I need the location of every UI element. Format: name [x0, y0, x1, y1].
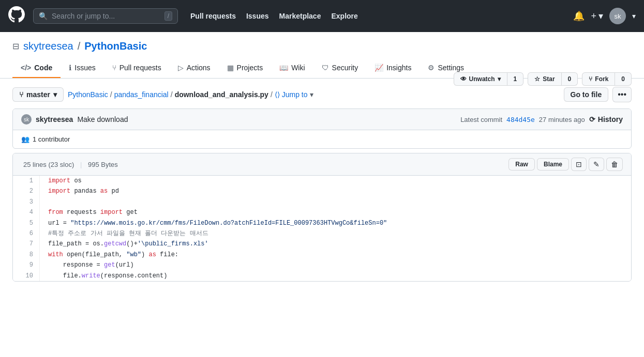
github-logo[interactable]	[8, 6, 25, 26]
size-info: 995 Bytes	[88, 161, 118, 168]
delete-icon: 🗑	[611, 160, 618, 168]
line-code-3	[40, 197, 56, 207]
tab-wiki[interactable]: 📖 Wiki	[271, 58, 313, 78]
explore-nav-link[interactable]: Explore	[327, 9, 362, 23]
plus-icon: +	[591, 11, 596, 22]
lines-info: 25 lines (23 sloc)	[23, 161, 74, 168]
line-number-6: 6	[13, 228, 40, 239]
projects-tab-icon: ▦	[227, 64, 234, 72]
code-line-6: 6 #특정 주소로 가서 파일을 현재 폴더 다운받는 매서드	[13, 228, 631, 239]
search-placeholder: Search or jump to...	[52, 12, 160, 20]
line-number-7: 7	[13, 239, 40, 249]
branch-icon: ⑂	[19, 90, 23, 99]
top-nav-right: 🔔 + ▾ sk ▾	[573, 8, 636, 24]
repo-tabs: </> Code ℹ Issues ⑂ Pull requests ▷ Acti…	[12, 58, 632, 78]
code-content: 1 import os 2 import pandas as pd 3 4 fr…	[13, 176, 631, 281]
line-number-1: 1	[13, 176, 40, 186]
issues-tab-icon: ℹ	[69, 64, 71, 72]
code-line-10: 10 file.write(response.content)	[13, 271, 631, 281]
avatar-chevron-icon: ▾	[632, 12, 636, 20]
history-button[interactable]: ⟳ History	[589, 115, 623, 123]
tab-issues[interactable]: ℹ Issues	[61, 58, 103, 78]
top-nav-links: Pull requests Issues Marketplace Explore	[186, 9, 565, 23]
line-code-8: with open(file_path, "wb") as file:	[40, 250, 187, 260]
commit-avatar-text: sk	[24, 117, 29, 122]
more-options-button[interactable]: •••	[612, 87, 632, 102]
code-tab-icon: </>	[21, 64, 31, 72]
wiki-tab-icon: 📖	[279, 64, 288, 72]
breadcrumb-right: Go to file •••	[564, 87, 632, 102]
pullrequests-tab-icon: ⑂	[112, 64, 116, 72]
repo-separator: /	[78, 40, 81, 52]
commit-info: sk skytreesea Make download	[21, 114, 128, 125]
repo-name-link[interactable]: PythonBasic	[84, 40, 147, 52]
contributors-icon: 👥	[21, 135, 29, 143]
repo-icon: ⊟	[12, 41, 19, 51]
file-stats: 25 lines (23 sloc) | 995 Bytes	[21, 161, 120, 168]
commit-author[interactable]: skytreesea	[36, 115, 73, 123]
code-line-3: 3	[13, 197, 631, 207]
line-code-5: url = "https://www.mois.go.kr/cmm/fms/Fi…	[40, 218, 395, 228]
breadcrumb-sep2: /	[171, 90, 173, 99]
code-line-9: 9 response = get(url)	[13, 260, 631, 270]
latest-commit-label: Latest commit	[460, 116, 502, 123]
search-icon: 🔍	[39, 12, 48, 20]
code-line-7: 7 file_path = os.getcwd()+'\public_firms…	[13, 239, 631, 249]
jump-to-link[interactable]: ⟨⟩ Jump to	[275, 90, 308, 99]
delete-file-button[interactable]: 🗑	[606, 158, 623, 171]
create-new-button[interactable]: + ▾	[591, 10, 603, 22]
line-code-7: file_path = os.getcwd()+'\public_firms.x…	[40, 239, 217, 249]
branch-chevron-icon: ▾	[53, 90, 57, 99]
line-number-10: 10	[13, 271, 40, 281]
repo-header: ⊟ skytreesea / PythonBasic 👁 Unwatch ▾ 1…	[0, 32, 644, 79]
breadcrumb-sep3: /	[271, 90, 273, 99]
repo-owner-link[interactable]: skytreesea	[23, 40, 73, 52]
security-tab-icon: 🛡	[322, 64, 329, 72]
tab-security[interactable]: 🛡 Security	[313, 58, 367, 78]
display-icon: ⊡	[576, 160, 582, 168]
line-code-10: file.write(response.content)	[40, 271, 175, 281]
top-navigation: 🔍 Search or jump to... / Pull requests I…	[0, 0, 644, 32]
search-bar[interactable]: 🔍 Search or jump to... /	[33, 8, 178, 24]
create-chevron-icon: ▾	[598, 10, 603, 22]
line-number-2: 2	[13, 186, 40, 196]
jump-chevron-icon: ▾	[310, 90, 313, 99]
tab-settings[interactable]: ⚙ Settings	[420, 58, 472, 78]
issues-nav-link[interactable]: Issues	[242, 9, 273, 23]
code-line-4: 4 from requests import get	[13, 207, 631, 218]
code-file-box: 25 lines (23 sloc) | 995 Bytes Raw Blame…	[12, 153, 632, 282]
display-mode-button[interactable]: ⊡	[571, 158, 587, 171]
edit-icon: ✎	[593, 160, 600, 168]
commit-hash-link[interactable]: 484d45e	[506, 116, 535, 123]
line-number-4: 4	[13, 207, 40, 218]
bell-icon: 🔔	[573, 10, 585, 22]
breadcrumb-folder-link[interactable]: pandas_financial	[114, 90, 169, 99]
raw-button[interactable]: Raw	[508, 158, 535, 170]
more-icon: •••	[618, 90, 626, 99]
edit-file-button[interactable]: ✎	[589, 158, 604, 171]
blame-button[interactable]: Blame	[537, 158, 569, 170]
line-number-9: 9	[13, 260, 40, 270]
stats-divider: |	[80, 161, 82, 168]
tab-code[interactable]: </> Code	[12, 58, 61, 78]
history-icon: ⟳	[589, 115, 595, 123]
branch-selector[interactable]: ⑂ master ▾	[12, 87, 64, 102]
code-line-2: 2 import pandas as pd	[13, 186, 631, 196]
tab-pullrequests[interactable]: ⑂ Pull requests	[104, 58, 170, 78]
notifications-button[interactable]: 🔔	[573, 10, 585, 22]
tab-insights[interactable]: 📈 Insights	[366, 58, 420, 78]
user-avatar[interactable]: sk	[609, 8, 626, 24]
code-file-header: 25 lines (23 sloc) | 995 Bytes Raw Blame…	[13, 153, 631, 176]
breadcrumb-file: download_and_analysis.py	[175, 90, 268, 99]
pullrequests-nav-link[interactable]: Pull requests	[186, 9, 240, 23]
tab-actions[interactable]: ▷ Actions	[170, 58, 219, 78]
breadcrumb-repo-link[interactable]: PythonBasic	[68, 90, 108, 99]
marketplace-nav-link[interactable]: Marketplace	[275, 9, 325, 23]
file-meta-box: sk skytreesea Make download Latest commi…	[12, 108, 632, 149]
go-to-file-button[interactable]: Go to file	[564, 87, 609, 102]
line-number-8: 8	[13, 250, 40, 260]
commit-avatar: sk	[21, 114, 32, 125]
repo-title: ⊟ skytreesea / PythonBasic	[12, 40, 632, 52]
tab-projects[interactable]: ▦ Projects	[219, 58, 272, 78]
line-number-5: 5	[13, 218, 40, 228]
